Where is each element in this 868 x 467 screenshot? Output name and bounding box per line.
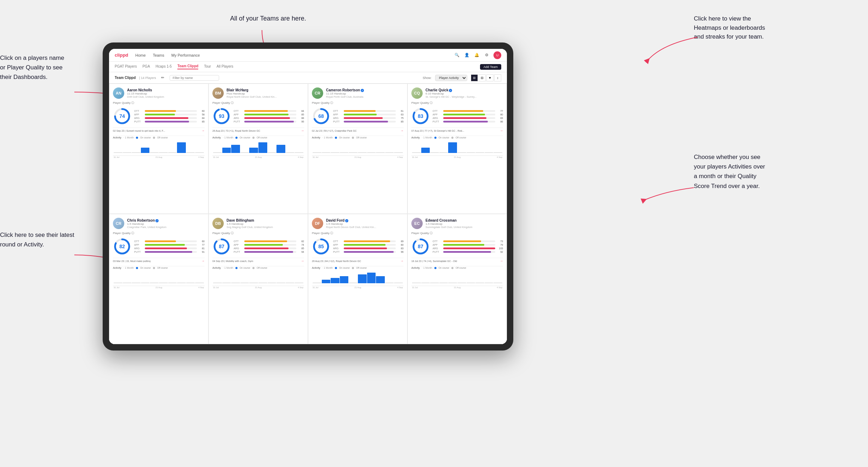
quality-donut[interactable]: 87 xyxy=(212,237,231,256)
stat-row-app: APP 77 xyxy=(134,244,205,246)
filter-input[interactable] xyxy=(170,75,219,81)
quality-donut[interactable]: 68 xyxy=(312,107,330,125)
stat-row-app: APP 63 xyxy=(333,113,404,116)
quality-section[interactable]: 74 OTT 60 APP 58 ARG 84 PUTT 85 xyxy=(113,107,205,125)
edit-icon[interactable]: ✏ xyxy=(160,75,166,81)
quality-label: Player Quality ⓘ xyxy=(212,231,304,235)
quality-label: Player Quality ⓘ xyxy=(312,101,404,105)
player-handicap: 11-15 Handicap xyxy=(326,92,404,95)
recent-activity: 04 Sep 23 | Mobility with coach, Gym → xyxy=(212,258,304,264)
quality-donut[interactable]: 93 xyxy=(212,107,231,125)
player-handicap: 1-5 Handicap xyxy=(426,222,503,226)
stats-bars: OTT 89 APP 80 ARG 83 PUTT 96 xyxy=(333,240,404,253)
quality-section[interactable]: 83 OTT 77 APP 80 ARG 83 PUTT 86 xyxy=(411,107,503,125)
stat-row-ott: OTT 89 xyxy=(333,240,404,243)
player-avatar[interactable]: BM xyxy=(212,87,224,99)
quality-donut[interactable]: 85 xyxy=(312,237,330,256)
nav-teams[interactable]: Teams xyxy=(153,53,164,57)
activities-annotation: Choose whether you seeyour players Activ… xyxy=(694,152,765,191)
person-icon[interactable]: 👤 xyxy=(464,52,470,58)
player-club: Sunningdale Golf Club, United Kingdom xyxy=(426,226,503,229)
player-name[interactable]: David Ford✓ xyxy=(326,218,404,222)
quality-section[interactable]: 87 OTT 82 APP 74 ARG 85 PUTT 94 xyxy=(212,237,304,256)
activity-arrow[interactable]: → xyxy=(301,129,304,132)
player-avatar[interactable]: AN xyxy=(113,87,124,99)
activity-arrow[interactable]: → xyxy=(301,259,304,263)
quality-donut[interactable]: 83 xyxy=(411,107,430,125)
player-handicap: Plus Handicap xyxy=(227,92,304,95)
bell-icon[interactable]: 🔔 xyxy=(474,52,480,58)
recent-activity: 26 Aug 23 | 84 (+12), Royal North Devon … xyxy=(312,258,404,264)
app-logo: clippd xyxy=(115,52,128,58)
tab-pgat-players[interactable]: PGAT Players xyxy=(115,64,137,69)
user-avatar[interactable]: U xyxy=(493,51,501,59)
view-toggle: ⊞ ⊟ ▼ ↕ xyxy=(471,74,501,81)
tab-all-players[interactable]: All Players xyxy=(217,64,233,69)
player-avatar[interactable]: CR xyxy=(312,87,323,99)
nav-home[interactable]: Home xyxy=(135,53,145,57)
view-grid-small[interactable]: ⊟ xyxy=(479,74,486,81)
tab-tour[interactable]: Tour xyxy=(204,64,211,69)
activity-arrow[interactable]: → xyxy=(201,259,205,263)
stat-row-app: APP 79 xyxy=(433,244,503,246)
player-avatar[interactable]: DF xyxy=(312,218,323,229)
quality-section[interactable]: 87 OTT 73 APP 79 ARG 103 PUTT 92 xyxy=(411,237,503,256)
activity-arrow[interactable]: → xyxy=(500,259,503,263)
recent-activity: 02 Jul 23 | 59 (+17), Craigmillar Park G… xyxy=(312,127,404,133)
add-team-button[interactable]: Add Team xyxy=(480,64,501,70)
quality-section[interactable]: 82 OTT 60 APP 77 ARG 81 PUTT 91 xyxy=(113,237,205,256)
show-label: Show: xyxy=(423,76,432,80)
player-name[interactable]: Chris Robertson✓ xyxy=(127,218,205,222)
team-count: | 14 Players xyxy=(139,76,156,80)
nav-performance[interactable]: My Performance xyxy=(171,53,200,57)
quality-donut[interactable]: 87 xyxy=(411,237,430,256)
tablet-screen: clippd Home Teams My Performance 🔍 👤 🔔 ⚙… xyxy=(109,49,507,344)
activity-arrow[interactable]: → xyxy=(500,129,503,132)
player-name[interactable]: Charlie Quick✓ xyxy=(426,88,503,92)
nav-bar: clippd Home Teams My Performance 🔍 👤 🔔 ⚙… xyxy=(109,49,507,62)
activity-arrow[interactable]: → xyxy=(400,259,404,263)
player-club: Sog Maging Golf Club, United Kingdom xyxy=(227,226,304,229)
sub-nav: PGAT Players PGA Hcaps 1-5 Team Clippd T… xyxy=(109,62,507,72)
player-avatar[interactable]: CR xyxy=(113,218,124,229)
quality-section[interactable]: 85 OTT 89 APP 80 ARG 83 PUTT 96 xyxy=(312,237,404,256)
show-select[interactable]: Player Activity Quality Trend xyxy=(435,75,467,81)
player-name[interactable]: Aaron Nicholls xyxy=(127,88,205,92)
stat-row-putt: PUTT 95 xyxy=(234,120,304,123)
player-card: DF David Ford✓ 1-5 Handicap Royal North … xyxy=(308,214,407,344)
player-handicap: 1-5 Handicap xyxy=(227,222,304,226)
quality-section[interactable]: 68 OTT 61 APP 63 ARG 75 PUTT 85 xyxy=(312,107,404,125)
view-sort[interactable]: ↕ xyxy=(494,74,501,81)
settings-icon[interactable]: ⚙ xyxy=(484,52,490,58)
player-name[interactable]: Edward Crossman xyxy=(426,218,503,222)
verified-badge: ✓ xyxy=(449,89,452,92)
quality-donut[interactable]: 74 xyxy=(113,107,131,125)
view-filter[interactable]: ▼ xyxy=(486,74,493,81)
player-card: CR Chris Robertson✓ 1-5 Handicap Craigmi… xyxy=(109,214,209,344)
quality-donut[interactable]: 82 xyxy=(113,237,131,256)
player-header: DB Dave Billingham 1-5 Handicap Sog Magi… xyxy=(212,218,304,229)
player-name[interactable]: Cameron Robertson✓ xyxy=(326,88,404,92)
player-name[interactable]: Blair McHarg xyxy=(227,88,304,92)
player-avatar[interactable]: EC xyxy=(411,218,423,229)
player-name[interactable]: Dave Billingham xyxy=(227,218,304,222)
player-handicap: 1-5 Handicap xyxy=(127,222,205,226)
activity-arrow[interactable]: → xyxy=(400,129,404,132)
search-icon[interactable]: 🔍 xyxy=(454,52,460,58)
stat-row-arg: ARG 75 xyxy=(333,117,404,119)
player-avatar[interactable]: CQ xyxy=(411,87,423,99)
tab-team-clippd[interactable]: Team Clippd xyxy=(177,64,198,69)
quality-label: Player Quality ⓘ xyxy=(411,231,503,235)
player-avatar[interactable]: DB xyxy=(212,218,224,229)
quality-section[interactable]: 93 OTT 84 APP 85 ARG 88 PUTT 95 xyxy=(212,107,304,125)
stat-row-putt: PUTT 92 xyxy=(433,251,503,253)
activity-arrow[interactable]: → xyxy=(201,129,205,132)
stats-bars: OTT 60 APP 58 ARG 84 PUTT 85 xyxy=(134,110,205,123)
view-grid-large[interactable]: ⊞ xyxy=(471,74,478,81)
player-header: DF David Ford✓ 1-5 Handicap Royal North … xyxy=(312,218,404,229)
quality-label: Player Quality ⓘ xyxy=(113,231,205,235)
player-card: CR Cameron Robertson✓ 11-15 Handicap Roy… xyxy=(308,84,407,214)
player-header: CQ Charlie Quick✓ 6-10 Handicap St. Geor… xyxy=(411,87,503,99)
tab-hcaps[interactable]: Hcaps 1-5 xyxy=(156,64,172,69)
tab-pga[interactable]: PGA xyxy=(142,64,150,69)
